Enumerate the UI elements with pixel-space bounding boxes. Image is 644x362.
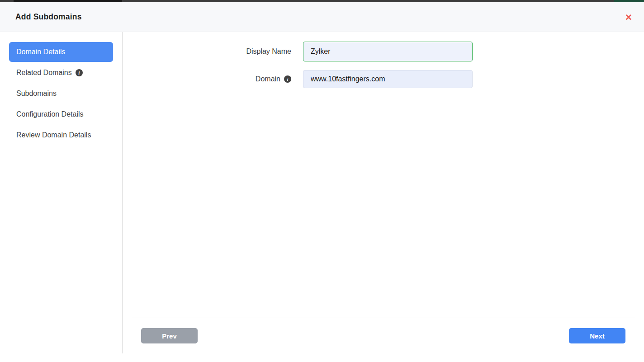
sidebar-item-subdomains[interactable]: Subdomains <box>9 84 113 103</box>
wizard-footer: Prev Next <box>132 318 635 343</box>
step-content: Display Name Domain i Prev Next <box>123 32 644 362</box>
wizard-steps-sidebar: Domain Details Related Domains i Subdoma… <box>0 32 122 362</box>
sidebar-item-related-domains[interactable]: Related Domains i <box>9 63 113 83</box>
display-name-input[interactable] <box>303 42 473 61</box>
info-icon: i <box>76 69 83 76</box>
dialog-header: Add Subdomains ✕ <box>0 2 644 32</box>
sidebar-item-domain-details[interactable]: Domain Details <box>9 42 113 62</box>
dialog-title: Add Subdomains <box>15 12 82 22</box>
sidebar-item-label: Subdomains <box>16 89 57 98</box>
sidebar-item-label: Configuration Details <box>16 110 84 118</box>
sidebar-item-label: Review Domain Details <box>16 131 91 139</box>
sidebar-item-label: Related Domains <box>16 69 72 77</box>
domain-row: Domain i <box>123 70 644 88</box>
sidebar-item-label: Domain Details <box>16 48 65 56</box>
prev-button[interactable]: Prev <box>141 328 198 343</box>
domain-details-form: Display Name Domain i <box>123 32 644 88</box>
info-icon: i <box>284 75 291 83</box>
display-name-label: Display Name <box>123 47 303 56</box>
sidebar-item-configuration-details[interactable]: Configuration Details <box>9 104 113 124</box>
domain-label-cell: Domain i <box>123 75 303 83</box>
dialog-body: Domain Details Related Domains i Subdoma… <box>0 32 644 362</box>
add-subdomains-dialog: Add Subdomains ✕ Domain Details Related … <box>0 2 644 362</box>
next-button[interactable]: Next <box>569 328 625 343</box>
sidebar-item-review-domain-details[interactable]: Review Domain Details <box>9 125 113 145</box>
close-icon[interactable]: ✕ <box>623 11 634 23</box>
domain-label: Domain <box>256 75 280 83</box>
domain-input[interactable] <box>303 70 473 88</box>
display-name-row: Display Name <box>123 42 644 61</box>
